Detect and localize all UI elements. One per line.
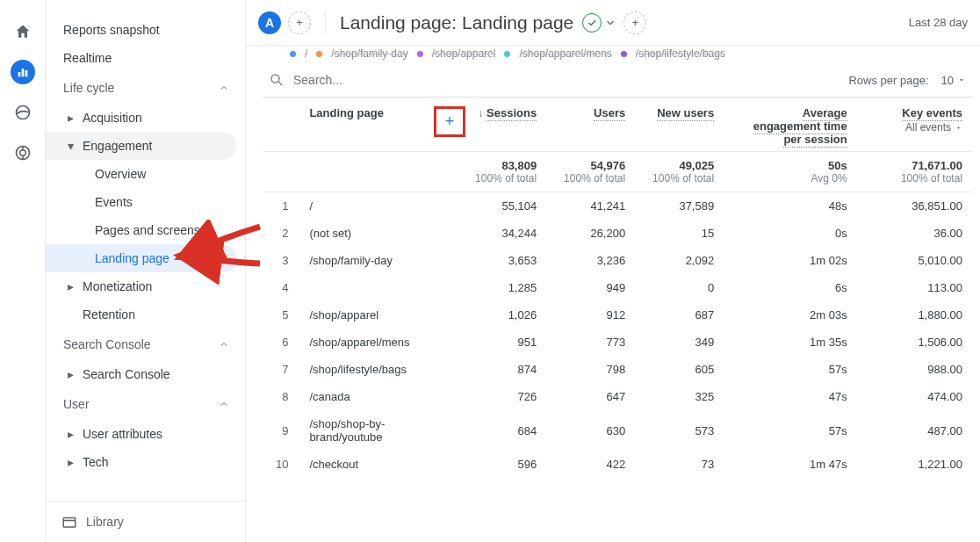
cell-landing-page: /shop/shop-by-brand/youtube — [299, 410, 458, 451]
search-input[interactable] — [293, 73, 469, 87]
chevron-up-icon — [217, 399, 231, 409]
sidebar-item-retention[interactable]: Retention — [46, 300, 245, 329]
cell-landing-page: (not set) — [299, 220, 458, 247]
col-users[interactable]: Users — [547, 98, 636, 152]
cell-key: 474.00 — [858, 383, 973, 410]
caret-right-icon: ▸ — [63, 427, 77, 441]
legend-label: /shop/lifestyle/bags — [636, 47, 725, 60]
sidebar-section-lifecycle[interactable]: Life cycle — [46, 72, 245, 104]
col-avg-engagement[interactable]: Average engagement time per session — [724, 98, 858, 152]
svg-rect-1 — [21, 69, 24, 76]
cell-sessions: 1,026 — [458, 301, 547, 329]
caret-down-icon — [955, 124, 962, 132]
cell-new-users: 573 — [636, 410, 724, 451]
reports-icon[interactable] — [11, 60, 35, 84]
table-row[interactable]: 8 /canada 726 647 325 47s 474.00 — [263, 383, 973, 410]
table-row[interactable]: 6 /shop/apparel/mens 951 773 349 1m 35s … — [263, 329, 973, 356]
sidebar-item-search-console[interactable]: ▸ Search Console — [46, 360, 245, 388]
sidebar-section-user[interactable]: User — [46, 388, 245, 420]
sidebar-item-events[interactable]: Events — [46, 188, 245, 216]
table-row[interactable]: 5 /shop/apparel 1,026 912 687 2m 03s 1,8… — [263, 301, 973, 329]
table-row[interactable]: 1 / 55,104 41,241 37,589 48s 36,851.00 — [263, 192, 973, 220]
cell-sessions: 726 — [458, 383, 547, 410]
table-row[interactable]: 3 /shop/family-day 3,653 3,236 2,092 1m … — [263, 247, 973, 274]
cell-key: 487.00 — [858, 410, 973, 451]
sidebar-item-overview[interactable]: Overview — [46, 160, 245, 188]
search-icon — [269, 72, 285, 88]
home-icon[interactable] — [11, 19, 35, 44]
sidebar-item-user-attributes[interactable]: ▸ User attributes — [46, 420, 245, 448]
row-index: 5 — [263, 301, 299, 329]
col-sessions[interactable]: ↓ Sessions — [458, 98, 547, 152]
row-index: 1 — [263, 192, 299, 220]
sidebar-item-tech[interactable]: ▸ Tech — [46, 448, 245, 476]
legend-label: /shop/apparel/mens — [519, 47, 611, 60]
cell-new-users: 349 — [636, 329, 724, 356]
cell-landing-page: /shop/family-day — [299, 247, 458, 274]
left-icon-rail — [0, 0, 46, 542]
main-content: A + Landing page: Landing page + Last 28… — [246, 0, 980, 542]
cell-users: 41,241 — [547, 192, 636, 220]
legend-dot — [316, 51, 322, 57]
table-row[interactable]: 7 /shop/lifestyle/bags 874 798 605 57s 9… — [263, 356, 973, 383]
caret-right-icon: ▸ — [63, 367, 77, 381]
cell-key: 36.00 — [858, 220, 973, 247]
sidebar-reports-snapshot[interactable]: Reports snapshot — [46, 16, 245, 44]
cell-sessions: 3,653 — [458, 247, 547, 274]
sidebar-item-pages-screens[interactable]: Pages and screens — [46, 216, 245, 244]
cell-landing-page — [299, 274, 458, 301]
row-index: 9 — [263, 410, 299, 451]
cell-landing-page: /shop/lifestyle/bags — [299, 356, 458, 383]
key-events-filter[interactable]: All events — [868, 121, 962, 134]
sidebar-section-search-console[interactable]: Search Console — [46, 329, 245, 360]
sidebar-item-monetization[interactable]: ▸ Monetization — [46, 272, 245, 300]
cell-landing-page: /canada — [299, 383, 458, 410]
cell-avg: 2m 03s — [724, 301, 858, 329]
plus-icon: + — [445, 112, 455, 131]
table-row[interactable]: 4 1,285 949 0 6s 113.00 — [263, 274, 973, 301]
cell-sessions: 1,285 — [458, 274, 547, 301]
cell-new-users: 605 — [636, 356, 724, 383]
sidebar-realtime[interactable]: Realtime — [46, 44, 245, 72]
legend-label: / — [305, 47, 307, 60]
cell-new-users: 2,092 — [636, 247, 724, 274]
sidebar-item-landing-page[interactable]: Landing page — [46, 244, 236, 272]
svg-rect-0 — [18, 72, 20, 76]
cell-key: 113.00 — [858, 274, 973, 301]
legend-label: /shop/apparel — [432, 47, 496, 60]
sidebar-item-engagement[interactable]: ▾ Engagement — [46, 132, 236, 160]
check-circle-icon[interactable] — [582, 13, 602, 33]
cell-users: 949 — [547, 274, 636, 301]
legend-dot — [290, 51, 296, 57]
col-key-events[interactable]: Key events All events — [858, 98, 973, 152]
explore-icon[interactable] — [11, 100, 35, 125]
cell-users: 647 — [547, 383, 636, 410]
cell-landing-page: /shop/apparel/mens — [299, 329, 458, 356]
account-badge[interactable]: A — [258, 11, 281, 34]
rows-per-page-select[interactable]: 10 — [941, 74, 966, 87]
table-row[interactable]: 9 /shop/shop-by-brand/youtube 684 630 57… — [263, 410, 973, 451]
svg-rect-6 — [63, 518, 76, 528]
sidebar-library[interactable]: Library — [46, 501, 245, 542]
col-new-users[interactable]: New users — [636, 98, 724, 152]
table-row[interactable]: 10 /checkout 596 422 73 1m 47s 1,221.00 — [263, 451, 973, 478]
add-button[interactable]: + — [623, 11, 646, 34]
divider — [325, 11, 326, 34]
col-landing-page[interactable]: Landing page — [299, 98, 422, 152]
legend-dot — [417, 51, 423, 57]
add-dimension-button[interactable]: + — [434, 106, 466, 137]
cell-avg: 1m 47s — [724, 451, 858, 478]
sidebar-item-acquisition[interactable]: ▸ Acquisition — [46, 104, 245, 132]
top-bar: A + Landing page: Landing page + Last 28… — [246, 0, 980, 46]
row-index: 6 — [263, 329, 299, 356]
date-range[interactable]: Last 28 day — [909, 16, 968, 29]
summary-new-users: 49,025100% of total — [636, 152, 724, 192]
table-search[interactable] — [263, 72, 469, 88]
cell-key: 1,880.00 — [858, 301, 973, 329]
chevron-down-icon[interactable] — [604, 17, 616, 29]
table-row[interactable]: 2 (not set) 34,244 26,200 15 0s 36.00 — [263, 220, 973, 247]
cell-sessions: 34,244 — [458, 220, 547, 247]
advertising-icon[interactable] — [11, 141, 35, 165]
add-comparison-button[interactable]: + — [288, 11, 311, 34]
cell-avg: 1m 35s — [724, 329, 858, 356]
